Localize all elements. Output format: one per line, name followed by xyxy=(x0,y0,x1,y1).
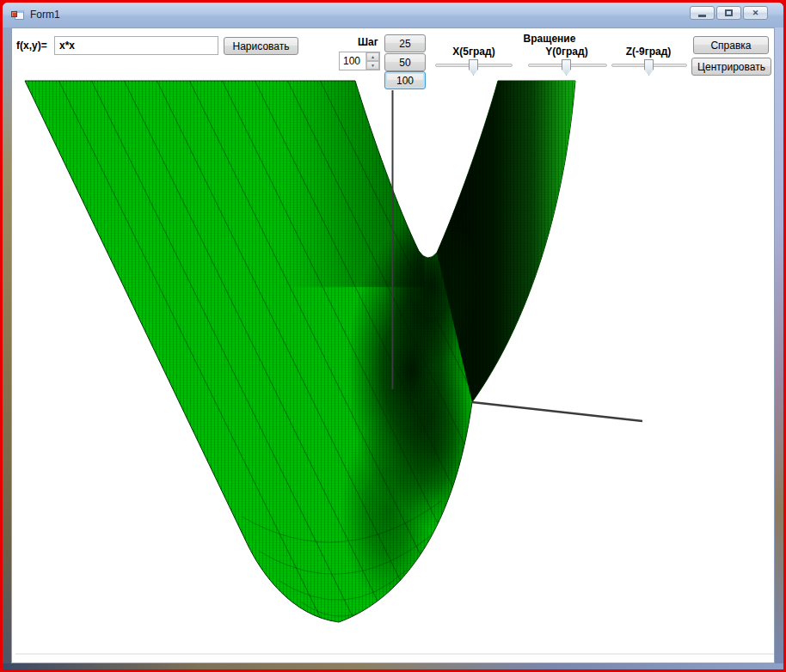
spinner-down-icon: ▼ xyxy=(371,64,375,68)
center-button[interactable]: Центрировать xyxy=(691,58,771,76)
draw-button[interactable]: Нарисовать xyxy=(224,37,298,55)
rotation-x-label: X(5град) xyxy=(452,46,494,58)
close-button[interactable]: ✕ xyxy=(743,6,768,20)
maximize-button[interactable] xyxy=(716,6,741,20)
form-app-icon xyxy=(11,8,25,21)
step-preset-50-button[interactable]: 50 xyxy=(384,53,426,71)
window-frame-right xyxy=(775,27,783,669)
app-window: Form1 ✕ xyxy=(3,3,783,669)
step-value: 100 xyxy=(340,52,365,70)
window-title: Form1 xyxy=(30,9,60,21)
title-bar: Form1 ✕ xyxy=(3,3,783,27)
rotation-y-label: Y(0град) xyxy=(545,46,587,58)
client-area: f(x,y)= Нарисовать Шаг 100 ▲ ▼ 25 50 100… xyxy=(11,27,775,663)
minimize-button[interactable] xyxy=(690,6,715,20)
step-updown[interactable]: 100 ▲ ▼ xyxy=(339,52,380,70)
window-frame-left xyxy=(3,27,11,669)
spinner-up-button[interactable]: ▲ xyxy=(366,52,379,61)
rotation-label: Вращение xyxy=(524,33,576,45)
step-preset-25-button[interactable]: 25 xyxy=(384,34,426,52)
spinner-up-icon: ▲ xyxy=(371,55,375,59)
maximize-icon xyxy=(725,9,733,16)
help-button[interactable]: Справка xyxy=(693,36,769,54)
spinner-down-button[interactable]: ▼ xyxy=(366,61,379,70)
minimize-icon xyxy=(698,15,706,17)
step-label: Шаг xyxy=(358,36,378,48)
function-label: f(x,y)= xyxy=(16,40,47,52)
function-input[interactable] xyxy=(54,36,218,55)
step-preset-100-button[interactable]: 100 xyxy=(384,71,426,89)
plot-canvas xyxy=(12,28,776,664)
close-icon: ✕ xyxy=(752,9,759,17)
window-frame-bottom xyxy=(3,663,783,669)
rotation-z-label: Z(-9град) xyxy=(626,46,672,58)
